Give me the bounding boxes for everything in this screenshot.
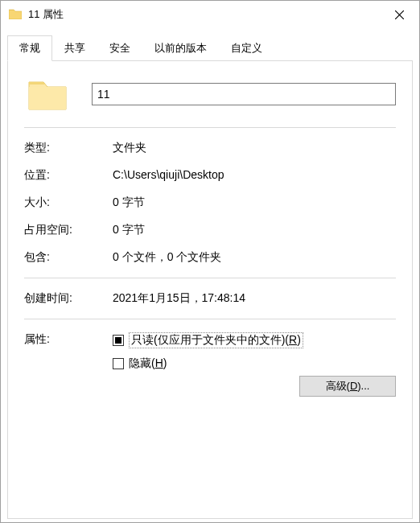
attributes-label: 属性: [24, 332, 113, 347]
tabs-container: 常规 共享 安全 以前的版本 自定义 类型: 文件夹 位置: C:\Users\… [1, 28, 419, 519]
properties-dialog: 11 属性 常规 共享 安全 以前的版本 自定义 类型: 文件夹 [0, 0, 420, 523]
hidden-row: 隐藏(H) [113, 356, 396, 371]
close-button[interactable] [381, 2, 418, 27]
created-row: 创建时间: 2021年1月15日，17:48:14 [24, 291, 396, 306]
sizeondisk-row: 占用空间: 0 字节 [24, 223, 396, 237]
readonly-checkbox[interactable] [113, 335, 124, 346]
readonly-row: 只读(仅应用于文件夹中的文件)(R) [113, 332, 396, 348]
tab-strip: 常规 共享 安全 以前的版本 自定义 [7, 35, 413, 60]
tab-security[interactable]: 安全 [97, 35, 142, 61]
hidden-label[interactable]: 隐藏(H) [129, 356, 167, 371]
contains-value: 0 个文件，0 个文件夹 [113, 250, 396, 265]
tab-customize[interactable]: 自定义 [219, 35, 274, 61]
name-row [24, 77, 396, 111]
type-row: 类型: 文件夹 [24, 141, 396, 155]
type-label: 类型: [24, 141, 113, 155]
folder-large-icon [27, 77, 68, 111]
created-value: 2021年1月15日，17:48:14 [113, 291, 396, 306]
separator [24, 127, 396, 128]
advanced-row: 高级(D)... [113, 376, 396, 397]
close-icon [395, 10, 404, 19]
location-value: C:\Users\qiuji\Desktop [113, 168, 396, 183]
type-value: 文件夹 [113, 141, 396, 155]
tab-sharing[interactable]: 共享 [52, 35, 97, 61]
folder-icon [9, 8, 22, 22]
tab-panel-general: 类型: 文件夹 位置: C:\Users\qiuji\Desktop 大小: 0… [7, 60, 413, 519]
location-row: 位置: C:\Users\qiuji\Desktop [24, 168, 396, 183]
size-label: 大小: [24, 196, 113, 210]
created-label: 创建时间: [24, 291, 113, 306]
size-row: 大小: 0 字节 [24, 196, 396, 210]
attributes-options: 只读(仅应用于文件夹中的文件)(R) 隐藏(H) 高级(D)... [113, 332, 396, 397]
titlebar: 11 属性 [1, 1, 419, 28]
folder-name-input[interactable] [92, 83, 396, 105]
tab-previous-versions[interactable]: 以前的版本 [142, 35, 219, 61]
advanced-button[interactable]: 高级(D)... [299, 376, 396, 397]
attributes-row: 属性: 只读(仅应用于文件夹中的文件)(R) 隐藏(H) 高级(D)... [24, 332, 396, 397]
sizeondisk-value: 0 字节 [113, 223, 396, 237]
hidden-checkbox[interactable] [113, 358, 124, 369]
size-value: 0 字节 [113, 196, 396, 210]
separator [24, 278, 396, 278]
contains-label: 包含: [24, 250, 113, 265]
readonly-label[interactable]: 只读(仅应用于文件夹中的文件)(R) [129, 332, 303, 348]
contains-row: 包含: 0 个文件，0 个文件夹 [24, 250, 396, 265]
tab-general[interactable]: 常规 [7, 35, 52, 61]
separator [24, 319, 396, 319]
sizeondisk-label: 占用空间: [24, 223, 113, 237]
window-title: 11 属性 [28, 7, 381, 22]
location-label: 位置: [24, 168, 113, 183]
